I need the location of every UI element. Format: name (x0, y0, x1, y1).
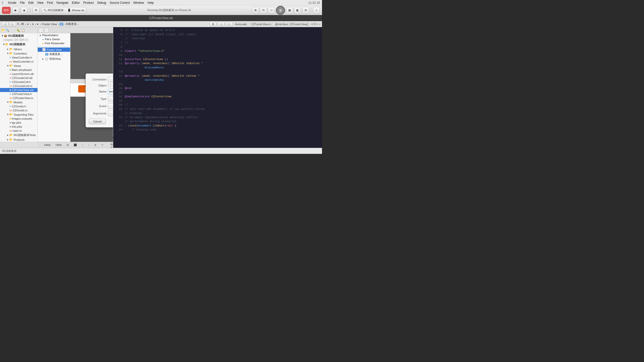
name-input[interactable] (108, 89, 113, 94)
ib-view-btn-2[interactable]: ⊞ (44, 28, 49, 32)
sidebar-item-products[interactable]: ▶ 📂 Products (0, 138, 37, 142)
sidebar-item-czgoodscell-h[interactable]: h CZGoodsCell.h (0, 80, 37, 84)
line-num-9: 9 (115, 49, 122, 53)
sidebar-item-images[interactable]: ■ Images.xcassets (0, 117, 37, 121)
line-num-23: 23 (115, 124, 122, 128)
h3-icon: h (10, 93, 11, 96)
ib-view-btn-1[interactable]: ⊟ (39, 28, 43, 32)
issues-icon[interactable]: ⚠ (10, 28, 13, 32)
layout-btn-2[interactable]: ⟳ (260, 7, 267, 14)
search-nav-icon[interactable]: 🔍 (6, 28, 9, 32)
cancel-button[interactable]: Cancel (89, 119, 106, 124)
code-line-22b: // performance during animation. (113, 119, 322, 124)
panel-center-btn[interactable]: ◧ (294, 7, 301, 14)
nav-left-btn2[interactable]: ◁ (218, 22, 225, 26)
ib-files-owner[interactable]: ● File's Owner (38, 37, 70, 41)
others-tri: ▶ (7, 48, 9, 50)
ib-breadcrumb: ◁ ▷ 0...例 › ▸ › ▸ › ▸ › Footer View › B … (2, 22, 209, 26)
apple-menu[interactable]:  (2, 1, 3, 5)
panel-right-btn[interactable]: ⊟ (302, 7, 309, 14)
menu-view[interactable]: View (37, 1, 44, 5)
ib-placeholders-group[interactable]: ▶ Placeholders (38, 33, 70, 37)
panel-left-btn[interactable]: ▦ (286, 7, 293, 14)
layout-btn-1[interactable]: ⊞ (252, 7, 259, 14)
sidebar-item-others[interactable]: ▶ 📂 Others (0, 47, 37, 51)
bc-item-footer[interactable]: Footer View (42, 23, 58, 26)
play-button[interactable]: ▶ (12, 7, 19, 14)
menu-source-control[interactable]: Source Control (110, 1, 130, 5)
menu-window[interactable]: Window (133, 1, 144, 5)
add-group-btn[interactable]: + (2, 143, 4, 147)
ib-load-btn[interactable]: B 加载更多... (38, 52, 70, 57)
sidebar-item-info-plist[interactable]: ■ Info.plist (0, 125, 37, 129)
ib-footer-view[interactable]: ▶ ⬜ Footer View (38, 48, 70, 52)
object-checkbox[interactable] (108, 84, 111, 87)
ib-footer-controls[interactable]: ⊞ (67, 144, 69, 146)
sidebar-item-vc-m[interactable]: m ViewController.m (0, 60, 37, 64)
ib-footer-btn4[interactable]: ↕ (88, 144, 89, 146)
sidebar-item-czgoodscell-xib[interactable]: ■ CZGoodsCell.xib (0, 76, 37, 80)
bc-item-3[interactable]: ▸ (32, 22, 35, 26)
menu-editor[interactable]: Editor (72, 1, 80, 5)
bc-item-1[interactable]: 0...例 (17, 22, 25, 26)
bc-item-b[interactable]: B (60, 23, 63, 26)
log-icon[interactable]: 📋 (21, 28, 25, 32)
sidebar-item-czgoodscell-m[interactable]: m CZGoodsCell.m (0, 84, 37, 88)
connection-select[interactable]: Action ▾ (108, 77, 113, 82)
ib-footer-btn3[interactable]: ↕ (82, 144, 83, 146)
sidebar-item-tests[interactable]: ▶ 📂 001团购案例Tests (0, 133, 37, 138)
sidebar-item-main-m[interactable]: m main.m (0, 129, 37, 133)
bc-item-4[interactable]: ▸ (36, 22, 39, 26)
test-icon[interactable]: ◆ (14, 28, 16, 32)
sidebar-item-vc-h[interactable]: h ViewController.h (0, 56, 37, 60)
sidebar-item-czfooterview-m[interactable]: m CZFooterView.m (0, 96, 37, 100)
sidebar-item-czgoods-h[interactable]: h CZGoods.h (0, 104, 37, 108)
sidebar-item-controllers[interactable]: ▶ 📂 Controllers (0, 51, 37, 56)
folder-icon[interactable]: 📁 (1, 28, 5, 32)
sidebar-project-root[interactable]: ▶ 📦 001团购案例 (0, 33, 37, 38)
sidebar-item-launchscreen[interactable]: ■ LaunchScreen.xib (0, 72, 37, 76)
sidebar-item-supporting[interactable]: ▶ 📂 Supporting Files (0, 112, 37, 117)
bc-plus[interactable]: + (319, 23, 320, 26)
sidebar-item-czfooterview-h[interactable]: h CZFooterView.h (0, 92, 37, 96)
sidebar-item-models[interactable]: ▶ 📂 Models (0, 100, 37, 104)
stop-button[interactable]: 暂停 (2, 7, 11, 14)
ib-footer-icon-left[interactable]: ⬜ (36, 144, 39, 146)
menu-find[interactable]: Find (47, 1, 53, 5)
stop-square-button[interactable]: ■ (21, 7, 28, 14)
sidebar-item-views[interactable]: ▶ 📂 Views (0, 64, 37, 68)
menu-help[interactable]: Help (148, 1, 154, 5)
menu-xcode[interactable]: Xcode (8, 1, 16, 5)
ib-control-btn[interactable]: ⊞ (210, 22, 217, 26)
menu-product[interactable]: Product (83, 1, 94, 5)
sidebar-toggle-btn[interactable]: + (313, 7, 320, 14)
menu-debug[interactable]: Debug (97, 1, 106, 5)
layout-btn-3[interactable]: ⇦ (268, 7, 275, 14)
scheme-selector[interactable]: 🔨 001迁购案例 › 📱 iPhone 4s (41, 7, 87, 14)
arguments-select[interactable]: None ▾ (108, 111, 113, 116)
xcode-icon-button[interactable]: ⚙ (32, 7, 39, 14)
debug-icon[interactable]: 🐛 (17, 28, 20, 32)
ib-footer-btn2[interactable]: ⬛ (74, 144, 77, 146)
ib-sep (38, 46, 70, 47)
menu-file[interactable]: File (20, 1, 25, 5)
sidebar-item-mainstoryboard[interactable]: ■ Main.storyboard (0, 68, 37, 72)
event-select[interactable]: Touch Up Inside ▾ (108, 103, 113, 109)
menu-navigate[interactable]: Navigate (56, 1, 68, 5)
type-select[interactable]: id ▾ (108, 96, 113, 102)
menu-edit[interactable]: Edit (28, 1, 34, 5)
ib-first-responder[interactable]: ● First Responder (38, 41, 70, 45)
ib-wait-view[interactable]: ▶ ⬜ 等待View (38, 57, 70, 61)
bc-item-2[interactable]: ▸ (27, 22, 30, 26)
sidebar-item-czgoods-m[interactable]: m CZGoods.m (0, 108, 37, 112)
bc-item-load[interactable]: 加载更多... (65, 22, 80, 26)
nav-right-btn[interactable]: ▷ (9, 22, 16, 26)
ib-footer-btn5[interactable]: ⊕ (94, 144, 96, 146)
sidebar-item-tgs-plist[interactable]: ■ tgs.plist (0, 121, 37, 125)
nav-left-btn[interactable]: ◁ (2, 22, 9, 26)
nav-right-btn2[interactable]: ▷ (226, 22, 233, 26)
sidebar-item-czfooterview-xib[interactable]: ■ CZFooterView.xib (0, 88, 37, 92)
sidebar-group-main[interactable]: ▶ 📂 001团购案例 (0, 42, 37, 47)
ib-footer-btn6[interactable]: ✂ (101, 144, 103, 146)
load-btn-label: 加载更多... (49, 52, 63, 56)
